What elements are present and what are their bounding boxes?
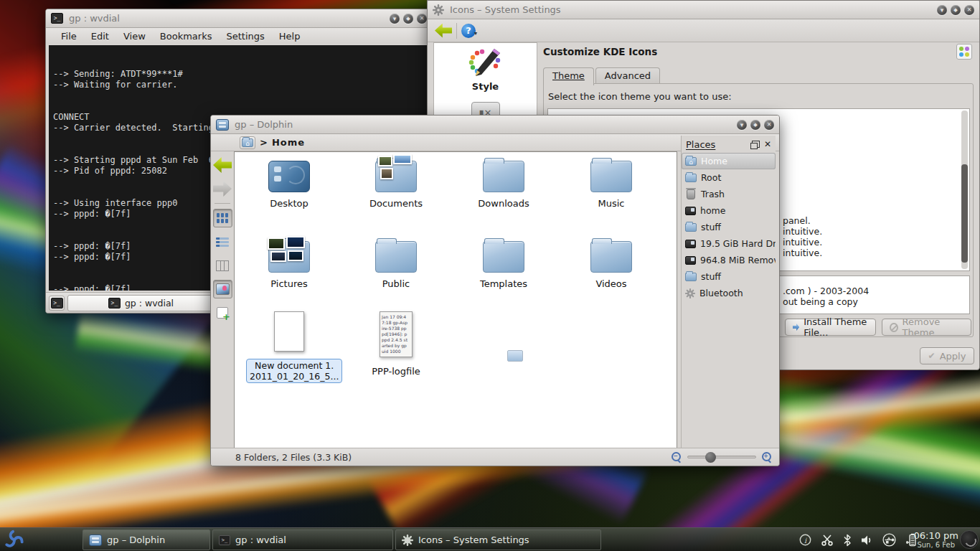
place-home-device[interactable]: home (682, 202, 776, 219)
theme-description-text: out being a copy (783, 296, 858, 307)
sidebar-item-style[interactable]: Style (434, 81, 537, 92)
apply-button[interactable]: ✔ Apply (920, 347, 974, 364)
help-icon: ? (461, 24, 476, 38)
clock[interactable]: 06:10 pm Sun, 6 Feb (913, 528, 958, 551)
places-title: Places (686, 139, 715, 150)
close-button[interactable] (964, 5, 974, 15)
zoom-slider[interactable] (687, 456, 756, 458)
file-item-new-document[interactable]: New document 1. 2011_01_20_16_5... (246, 311, 332, 383)
task-system-settings[interactable]: Icons – System Settings (395, 529, 601, 550)
tab-theme[interactable]: Theme (543, 67, 594, 85)
menu-view[interactable]: View (117, 30, 152, 42)
file-item-ppp-logfile[interactable]: Jan 17 09:47:18 gp-Asp ire-5738 pppd[194… (353, 311, 439, 377)
icons-view-button[interactable] (213, 209, 232, 227)
task-dolphin[interactable]: gp – Dolphin (83, 529, 210, 550)
info-icon[interactable]: i (799, 534, 811, 546)
breadcrumb-home[interactable]: Home (272, 137, 305, 148)
bluetooth-icon[interactable] (843, 534, 852, 547)
panel-toolbox-cashew[interactable] (960, 530, 979, 549)
device-notifier-usb-icon[interactable] (882, 533, 896, 547)
place-trash[interactable]: Trash (682, 186, 776, 202)
folder-view[interactable]: Desktop Documents Downloads Music (234, 151, 677, 449)
maximize-button[interactable] (750, 120, 760, 130)
theme-description-text: .com ) - 2003-2004 (783, 286, 869, 296)
system-tray: i (799, 528, 917, 551)
new-tab-button[interactable]: >_ (49, 296, 65, 311)
folder-item-music[interactable]: Music (568, 161, 654, 209)
maximize-button[interactable] (403, 14, 413, 24)
clock-time: 06:10 pm (913, 531, 958, 541)
folder-item-pictures[interactable]: Pictures (246, 241, 332, 289)
forbidden-icon (890, 323, 898, 332)
details-view-button[interactable] (213, 232, 232, 251)
maximize-button[interactable] (951, 5, 961, 15)
remove-theme-button[interactable]: Remove Theme (882, 319, 971, 336)
split-view-button[interactable] (213, 303, 232, 322)
volume-icon[interactable] (861, 534, 873, 546)
gear-icon (402, 534, 413, 546)
back-button[interactable] (435, 24, 452, 38)
place-bluetooth[interactable]: Bluetooth (682, 285, 776, 301)
scrollbar[interactable] (961, 110, 968, 269)
menu-help[interactable]: Help (273, 30, 307, 42)
klipper-scissors-icon[interactable] (821, 534, 834, 546)
desktop: >_ gp : wvdial File Edit View Bookmarks … (0, 0, 980, 551)
install-theme-button[interactable]: Install Theme File... (785, 319, 876, 336)
folder-item-public[interactable]: Public (353, 241, 439, 289)
menu-file[interactable]: File (55, 30, 83, 42)
home-breadcrumb-button[interactable] (240, 136, 255, 149)
dolphin-toolbar (211, 153, 234, 448)
back-button[interactable] (213, 156, 232, 174)
theme-list-text: intuitive. (783, 237, 822, 248)
folder-item-templates[interactable]: Templates (461, 241, 547, 289)
folder-item-downloads[interactable]: Downloads (461, 161, 547, 209)
task-wvdial[interactable]: >_ gp : wvdial (212, 529, 393, 550)
place-stuff[interactable]: stuff (682, 219, 776, 235)
folder-item-desktop[interactable]: Desktop (246, 161, 332, 209)
overview-icon[interactable] (956, 44, 972, 60)
settings-titlebar[interactable]: Icons – System Settings (428, 1, 979, 19)
place-hard-drive[interactable]: 19.5 GiB Hard Drive (682, 235, 776, 252)
place-stuff-2[interactable]: stuff (682, 268, 776, 285)
status-text: 8 Folders, 2 Files (3.3 KiB) (235, 452, 352, 463)
place-removable[interactable]: 964.8 MiB Remov... (682, 252, 776, 268)
zoom-out-icon[interactable]: − (672, 452, 682, 462)
terminal-titlebar[interactable]: >_ gp : wvdial (46, 9, 432, 28)
folder-icon (685, 174, 697, 182)
breadcrumb-chevron: > (260, 137, 268, 148)
menu-edit[interactable]: Edit (85, 30, 116, 42)
dolphin-statusbar: 8 Folders, 2 Files (3.3 KiB) − + (211, 448, 779, 466)
folder-icon (590, 241, 632, 273)
place-root[interactable]: Root (682, 169, 776, 186)
place-home[interactable]: Home (682, 153, 776, 169)
menu-bookmarks[interactable]: Bookmarks (154, 30, 219, 42)
blank-document-icon (274, 311, 304, 352)
menu-settings[interactable]: Settings (220, 30, 270, 42)
drive-icon (685, 240, 696, 248)
folder-item-documents[interactable]: Documents (353, 161, 439, 209)
minimize-button[interactable] (737, 120, 747, 130)
preview-button[interactable] (213, 280, 232, 298)
app-launcher-icon[interactable] (3, 529, 26, 551)
theme-list-text: panel. (783, 215, 811, 226)
svg-text:i: i (804, 537, 807, 545)
taskbar: gp – Dolphin >_ gp : wvdial Icons – Syst… (0, 527, 980, 551)
zoom-in-icon[interactable]: + (762, 452, 772, 462)
forward-button[interactable] (213, 179, 232, 198)
folder-item-videos[interactable]: Videos (568, 241, 654, 289)
dolphin-titlebar[interactable]: gp – Dolphin (211, 116, 779, 134)
close-button[interactable] (417, 14, 427, 24)
zoom-slider-handle[interactable] (705, 452, 716, 463)
folder-icon (685, 223, 697, 232)
dolphin-app-icon (216, 119, 229, 131)
terminal-tab[interactable]: >_ gp : wvdial (67, 295, 215, 311)
columns-view-button[interactable] (213, 256, 232, 275)
minimize-button[interactable] (937, 5, 947, 15)
close-panel-icon[interactable]: ✕ (764, 139, 771, 149)
theme-list-text: intuitive. (783, 248, 822, 258)
float-panel-icon[interactable] (752, 141, 760, 148)
home-folder-icon (242, 138, 253, 147)
close-button[interactable] (764, 120, 774, 130)
minimize-button[interactable] (390, 14, 400, 24)
help-button[interactable]: ? ▾ (461, 24, 477, 38)
